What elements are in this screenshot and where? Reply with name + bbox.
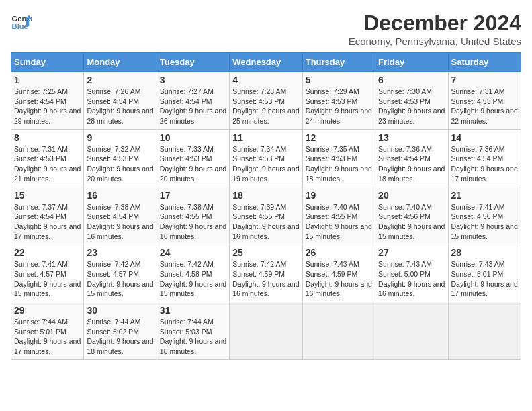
location-title: Economy, Pennsylvania, United States xyxy=(349,36,521,47)
calendar-cell-6: 6Sunrise: 7:30 AMSunset: 4:53 PMDaylight… xyxy=(375,72,448,130)
svg-text:Blue: Blue xyxy=(12,22,28,30)
col-thursday: Thursday xyxy=(302,53,375,72)
calendar-cell-4: 4Sunrise: 7:28 AMSunset: 4:53 PMDaylight… xyxy=(230,72,302,130)
logo: General Blue xyxy=(11,11,32,32)
calendar-cell-30: 30Sunrise: 7:44 AMSunset: 5:02 PMDayligh… xyxy=(84,302,157,360)
calendar-cell-3: 3Sunrise: 7:27 AMSunset: 4:54 PMDaylight… xyxy=(157,72,229,130)
header-row: Sunday Monday Tuesday Wednesday Thursday… xyxy=(11,53,521,72)
col-friday: Friday xyxy=(375,53,448,72)
calendar-cell-9: 9Sunrise: 7:32 AMSunset: 4:53 PMDaylight… xyxy=(84,129,157,187)
calendar-cell-22: 22Sunrise: 7:41 AMSunset: 4:57 PMDayligh… xyxy=(11,244,84,302)
calendar-cell-2: 2Sunrise: 7:26 AMSunset: 4:54 PMDaylight… xyxy=(84,72,157,130)
col-wednesday: Wednesday xyxy=(230,53,302,72)
calendar-cell-31: 31Sunrise: 7:44 AMSunset: 5:03 PMDayligh… xyxy=(157,302,229,360)
calendar-cell-5: 5Sunrise: 7:29 AMSunset: 4:53 PMDaylight… xyxy=(302,72,375,130)
calendar-cell-empty xyxy=(302,302,375,360)
calendar-cell-1: 1Sunrise: 7:25 AMSunset: 4:54 PMDaylight… xyxy=(11,72,84,130)
calendar-cell-empty xyxy=(230,302,302,360)
calendar-cell-empty xyxy=(448,302,521,360)
calendar-table: Sunday Monday Tuesday Wednesday Thursday… xyxy=(11,52,521,360)
calendar-cell-16: 16Sunrise: 7:38 AMSunset: 4:54 PMDayligh… xyxy=(84,187,157,244)
calendar-cell-23: 23Sunrise: 7:42 AMSunset: 4:57 PMDayligh… xyxy=(84,244,157,302)
calendar-cell-24: 24Sunrise: 7:42 AMSunset: 4:58 PMDayligh… xyxy=(157,244,229,302)
calendar-cell-13: 13Sunrise: 7:36 AMSunset: 4:54 PMDayligh… xyxy=(375,129,448,187)
calendar-cell-26: 26Sunrise: 7:43 AMSunset: 4:59 PMDayligh… xyxy=(302,244,375,302)
title-area: December 2024 Economy, Pennsylvania, Uni… xyxy=(349,11,521,47)
calendar-cell-15: 15Sunrise: 7:37 AMSunset: 4:54 PMDayligh… xyxy=(11,187,84,244)
page-header: General Blue December 2024 Economy, Penn… xyxy=(11,11,521,47)
calendar-cell-18: 18Sunrise: 7:39 AMSunset: 4:55 PMDayligh… xyxy=(230,187,302,244)
calendar-cell-12: 12Sunrise: 7:35 AMSunset: 4:53 PMDayligh… xyxy=(302,129,375,187)
calendar-cell-7: 7Sunrise: 7:31 AMSunset: 4:53 PMDaylight… xyxy=(448,72,521,130)
calendar-cell-25: 25Sunrise: 7:42 AMSunset: 4:59 PMDayligh… xyxy=(230,244,302,302)
calendar-cell-20: 20Sunrise: 7:40 AMSunset: 4:56 PMDayligh… xyxy=(375,187,448,244)
col-monday: Monday xyxy=(84,53,157,72)
calendar-cell-empty xyxy=(375,302,448,360)
calendar-cell-17: 17Sunrise: 7:38 AMSunset: 4:55 PMDayligh… xyxy=(157,187,229,244)
logo-icon: General Blue xyxy=(11,11,32,32)
calendar-cell-21: 21Sunrise: 7:41 AMSunset: 4:56 PMDayligh… xyxy=(448,187,521,244)
calendar-cell-11: 11Sunrise: 7:34 AMSunset: 4:53 PMDayligh… xyxy=(230,129,302,187)
col-saturday: Saturday xyxy=(448,53,521,72)
calendar-cell-10: 10Sunrise: 7:33 AMSunset: 4:53 PMDayligh… xyxy=(157,129,229,187)
calendar-cell-28: 28Sunrise: 7:43 AMSunset: 5:01 PMDayligh… xyxy=(448,244,521,302)
col-tuesday: Tuesday xyxy=(157,53,229,72)
calendar-cell-14: 14Sunrise: 7:36 AMSunset: 4:54 PMDayligh… xyxy=(448,129,521,187)
month-title: December 2024 xyxy=(349,11,521,36)
calendar-cell-29: 29Sunrise: 7:44 AMSunset: 5:01 PMDayligh… xyxy=(11,302,84,360)
calendar-cell-27: 27Sunrise: 7:43 AMSunset: 5:00 PMDayligh… xyxy=(375,244,448,302)
col-sunday: Sunday xyxy=(11,53,84,72)
calendar-cell-8: 8Sunrise: 7:31 AMSunset: 4:53 PMDaylight… xyxy=(11,129,84,187)
calendar-cell-19: 19Sunrise: 7:40 AMSunset: 4:55 PMDayligh… xyxy=(302,187,375,244)
